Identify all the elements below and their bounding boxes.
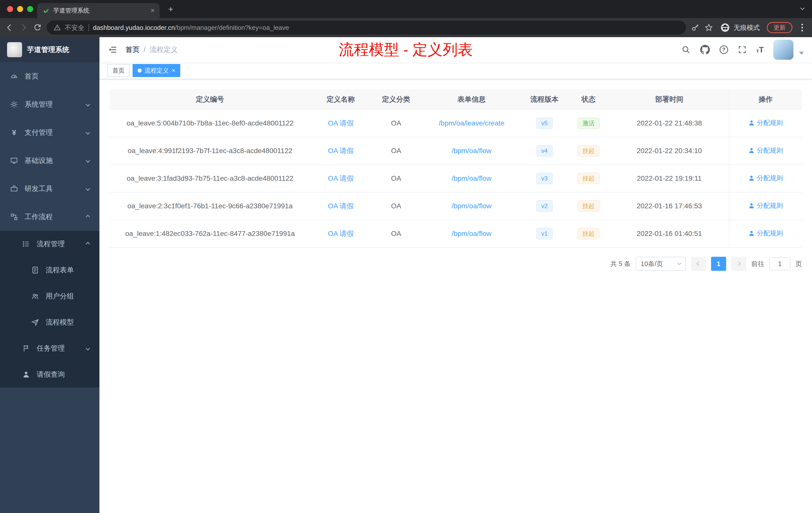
definition-name-link[interactable]: OA 请假 [328, 147, 354, 155]
sidebar-item-home[interactable]: 首页 [0, 62, 99, 90]
deploy-time: 2022-01-22 20:34:10 [610, 137, 729, 164]
version-badge[interactable]: v4 [536, 145, 553, 157]
form-info-link[interactable]: /bpm/oa/flow [452, 175, 492, 182]
form-info-link[interactable]: /bpm/oa/flow [452, 202, 492, 210]
bookmark-star-icon[interactable] [704, 23, 713, 32]
close-window-button[interactable] [7, 6, 13, 12]
back-icon[interactable] [5, 23, 14, 32]
definition-category: OA [371, 137, 421, 164]
sidebar-item-system[interactable]: 系统管理 [0, 90, 99, 118]
infrastructure-icon [10, 157, 18, 164]
password-key-icon[interactable] [691, 23, 699, 32]
definition-name-link[interactable]: OA 请假 [328, 230, 354, 237]
page-size-select[interactable]: 10条/页 [636, 257, 686, 271]
assign-rule-link[interactable]: 分配规则 [748, 229, 783, 238]
version-badge[interactable]: v3 [536, 173, 553, 184]
sidebar-item-workflow[interactable]: 工作流程 [0, 203, 99, 231]
incognito-badge: 无痕模式 [720, 23, 760, 33]
list-icon [22, 240, 30, 248]
forward-icon[interactable] [19, 23, 28, 32]
page-number-button[interactable]: 1 [711, 257, 726, 271]
form-info-link[interactable]: /bpm/oa/flow [452, 147, 492, 155]
sidebar-item-label: 系统管理 [25, 100, 53, 109]
version-badge[interactable]: v1 [536, 228, 553, 239]
browser-tab[interactable]: 芋道管理系统 [37, 3, 160, 18]
url-bar[interactable]: 不安全 dashboard.yudao.iocoder.cn/bpm/manag… [47, 21, 686, 35]
browser-update-button[interactable]: 更新 [767, 22, 792, 33]
security-label: 不安全 [65, 23, 84, 32]
definition-name-link[interactable]: OA 请假 [328, 202, 354, 210]
assign-rule-link[interactable]: 分配规则 [748, 174, 783, 182]
sidebar-item-task-management[interactable]: 任务管理 [0, 335, 99, 361]
sidebar-item-label: 基础设施 [25, 156, 53, 165]
sidebar-item-leave-query[interactable]: 请假查询 [0, 361, 99, 388]
column-header: 流程版本 [522, 89, 567, 110]
table-row: oa_leave:2:3c1f0ef1-76b1-11ec-9c66-a2380… [110, 192, 802, 220]
chevron-down-icon [86, 159, 90, 163]
assign-rule-link[interactable]: 分配规则 [748, 146, 783, 155]
user-icon [748, 230, 755, 237]
fullscreen-icon[interactable] [738, 45, 747, 54]
pagination-total: 共 5 条 [610, 260, 631, 268]
form-info-link[interactable]: /bpm/oa/flow [452, 230, 492, 237]
definition-category: OA [371, 192, 421, 220]
user-avatar[interactable] [773, 40, 793, 60]
next-page-button[interactable] [731, 257, 746, 271]
search-icon[interactable] [682, 45, 691, 54]
sidebar-item-devtools[interactable]: 研发工具 [0, 175, 99, 203]
font-size-icon[interactable] [756, 46, 764, 54]
incognito-icon [720, 23, 730, 33]
sidebar-item-user-group[interactable]: 用户分组 [0, 283, 99, 309]
tag-label: 首页 [113, 66, 124, 74]
definition-id: oa_leave:4:991f2193-7b7f-11ec-a3c8-acde4… [110, 137, 311, 164]
github-icon[interactable] [700, 45, 710, 55]
tag-process-definition[interactable]: 流程定义 [133, 64, 180, 77]
avatar-caret-icon[interactable] [799, 52, 804, 55]
goto-page-input[interactable] [769, 257, 790, 270]
browser-menu-kebab-icon[interactable] [802, 27, 803, 28]
sidebar-item-label: 研发工具 [25, 184, 53, 193]
sidebar-item-label: 工作流程 [25, 212, 53, 221]
user-icon [748, 147, 755, 154]
new-tab-button[interactable] [166, 4, 176, 14]
chevron-down-icon [86, 346, 90, 351]
version-badge[interactable]: v2 [536, 200, 553, 212]
sidebar-item-process-model[interactable]: 流程模型 [0, 309, 99, 335]
sidebar-logo[interactable]: 芋道管理系统 [0, 37, 99, 62]
sidebar-item-label: 支付管理 [25, 128, 53, 137]
minimize-window-button[interactable] [17, 6, 23, 12]
help-icon[interactable] [720, 46, 728, 54]
status-badge: 激活 [578, 117, 600, 129]
assign-rule-link[interactable]: 分配规则 [748, 118, 783, 127]
sidebar-item-infrastructure[interactable]: 基础设施 [0, 147, 99, 175]
page-size-value: 10条/页 [641, 260, 663, 268]
definition-category: OA [371, 164, 421, 192]
tag-home[interactable]: 首页 [108, 64, 129, 77]
table-row: oa_leave:4:991f2193-7b7f-11ec-a3c8-acde4… [110, 137, 802, 164]
sidebar-item-process-form[interactable]: 流程表单 [0, 257, 99, 283]
prev-page-button[interactable] [691, 257, 706, 271]
tab-search-chevron-icon[interactable] [801, 6, 805, 10]
definition-name-link[interactable]: OA 请假 [328, 119, 354, 127]
breadcrumb: 首页 / 流程定义 [125, 45, 178, 55]
sidebar-toggle-icon[interactable] [108, 45, 117, 55]
definition-name-link[interactable]: OA 请假 [328, 175, 354, 182]
maximize-window-button[interactable] [27, 6, 33, 12]
tags-view: 首页 流程定义 [99, 62, 812, 79]
form-info-link[interactable]: /bpm/oa/leave/create [439, 119, 504, 127]
tab-close-icon[interactable] [151, 7, 155, 14]
table-row: oa_leave:1:482ec033-762a-11ec-8477-a2380… [110, 220, 802, 247]
assign-rule-link[interactable]: 分配规则 [748, 201, 783, 210]
sidebar-item-payment[interactable]: 支付管理 [0, 118, 99, 147]
breadcrumb-separator: / [144, 46, 146, 54]
reload-icon[interactable] [33, 23, 42, 32]
breadcrumb-home[interactable]: 首页 [125, 45, 140, 55]
chevron-down-icon [677, 261, 682, 265]
user-icon [748, 120, 755, 126]
sidebar-item-label: 流程表单 [46, 265, 74, 275]
sidebar-item-process-management[interactable]: 流程管理 [0, 231, 99, 257]
tag-close-icon[interactable] [172, 67, 175, 73]
sidebar-item-label: 请假查询 [37, 370, 65, 379]
version-badge[interactable]: v5 [536, 117, 553, 129]
user-icon [748, 175, 755, 181]
